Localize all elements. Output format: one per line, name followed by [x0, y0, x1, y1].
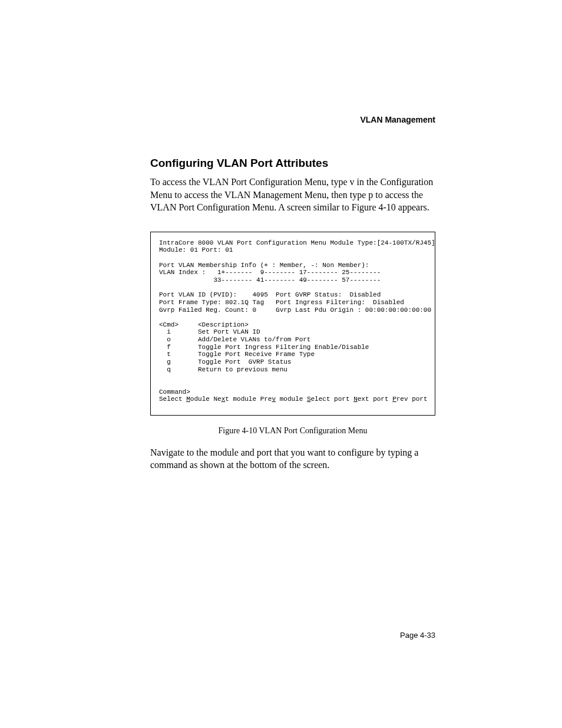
terminal-line: f Toggle Port Ingress Filtering Enable/D…: [159, 344, 369, 351]
page-number: Page 4-33: [400, 631, 435, 640]
intro-paragraph: To access the VLAN Port Configuration Me…: [150, 176, 435, 214]
terminal-line: o Add/Delete VLANs to/from Port: [159, 336, 310, 343]
terminal-line: Module: 01 Port: 01: [159, 246, 233, 253]
terminal-output: IntraCore 8000 VLAN Port Configuration M…: [150, 232, 435, 416]
terminal-line: IntraCore 8000 VLAN Port Configuration M…: [159, 239, 435, 246]
section-title: Configuring VLAN Port Attributes: [150, 157, 435, 170]
terminal-line: 33-------- 41-------- 49-------- 57-----…: [159, 276, 381, 284]
header-section-label: VLAN Management: [150, 115, 435, 124]
terminal-line: Port Frame Type: 802.1Q Tag Port Ingress…: [159, 299, 404, 306]
terminal-line: Command>: [159, 388, 190, 396]
terminal-nav-line: Select Module Next module Prev module Se…: [159, 396, 428, 403]
terminal-line: Port VLAN Membership Info (+ : Member, -…: [159, 262, 369, 269]
terminal-line: g Toggle Port GVRP Status: [159, 358, 291, 365]
body-paragraph-2: Navigate to the module and port that you…: [150, 446, 435, 472]
terminal-line: q Return to previous menu: [159, 366, 287, 373]
terminal-line: t Toggle Port Receive Frame Type: [159, 351, 315, 358]
terminal-line: Port VLAN ID (PVID): 4095 Port GVRP Stat…: [159, 291, 381, 298]
terminal-line: i Set Port VLAN ID: [159, 328, 260, 335]
terminal-line: <Cmd> <Description>: [159, 321, 249, 328]
figure-caption: Figure 4-10 VLAN Port Configuration Menu: [150, 426, 435, 436]
terminal-line: Gvrp Failed Reg. Count: 0 Gvrp Last Pdu …: [159, 307, 431, 314]
terminal-line: VLAN Index : 1+------- 9-------- 17-----…: [159, 269, 381, 276]
